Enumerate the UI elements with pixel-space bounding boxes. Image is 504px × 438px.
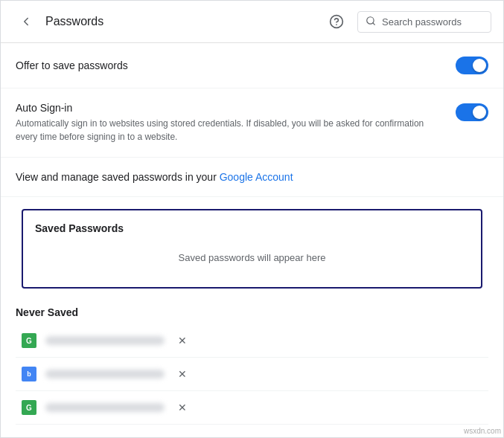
list-item: G ✕	[16, 391, 488, 425]
site-url-blur-3	[45, 403, 165, 412]
remove-button-3[interactable]: ✕	[173, 399, 191, 416]
site-url-blur-2	[45, 370, 165, 379]
offer-to-save-toggle[interactable]	[456, 57, 488, 74]
header-actions	[325, 10, 491, 33]
never-saved-title: Never Saved	[16, 306, 488, 318]
search-icon	[366, 16, 376, 28]
site-url-blur-1	[45, 336, 165, 345]
header: Passwords	[1, 1, 503, 43]
auto-signin-toggle[interactable]	[456, 103, 488, 121]
remove-button-2[interactable]: ✕	[173, 365, 191, 383]
remove-button-1[interactable]: ✕	[173, 332, 191, 350]
offer-to-save-row: Offer to save passwords	[1, 43, 503, 88]
auto-signin-description: Automatically sign in to websites using …	[16, 117, 433, 144]
site-favicon-3: G	[22, 400, 36, 415]
google-account-row: View and manage saved passwords in your …	[1, 158, 503, 197]
help-button[interactable]	[325, 10, 348, 33]
saved-passwords-title: Saved Passwords	[35, 222, 469, 234]
auto-signin-label: Auto Sign-in	[16, 102, 456, 114]
site-favicon-1: G	[22, 333, 36, 348]
saved-passwords-box: Saved Passwords Saved passwords will app…	[22, 209, 482, 289]
svg-line-3	[373, 22, 375, 25]
page-title: Passwords	[45, 15, 325, 28]
passwords-window: Passwords	[0, 0, 504, 438]
site-favicon-2: b	[22, 367, 36, 381]
saved-passwords-empty: Saved passwords will appear here	[35, 240, 469, 275]
google-account-link[interactable]: Google Account	[220, 171, 293, 183]
back-button[interactable]	[13, 8, 39, 35]
google-account-text: View and manage saved passwords in your	[16, 171, 220, 183]
auto-signin-text: Auto Sign-in Automatically sign in to we…	[16, 102, 456, 144]
search-input[interactable]	[382, 16, 483, 28]
offer-to-save-label: Offer to save passwords	[16, 59, 456, 71]
watermark: wsxdn.com	[464, 427, 501, 435]
list-item: G ✕	[16, 324, 488, 358]
auto-signin-row: Auto Sign-in Automatically sign in to we…	[1, 88, 503, 158]
search-box[interactable]	[357, 11, 491, 33]
content-area: Offer to save passwords Auto Sign-in Aut…	[1, 43, 503, 437]
list-item: b ✕	[16, 358, 488, 391]
saved-passwords-section: Saved Passwords Saved passwords will app…	[1, 197, 503, 289]
never-saved-section: Never Saved G ✕ b ✕ G ✕	[1, 300, 503, 425]
